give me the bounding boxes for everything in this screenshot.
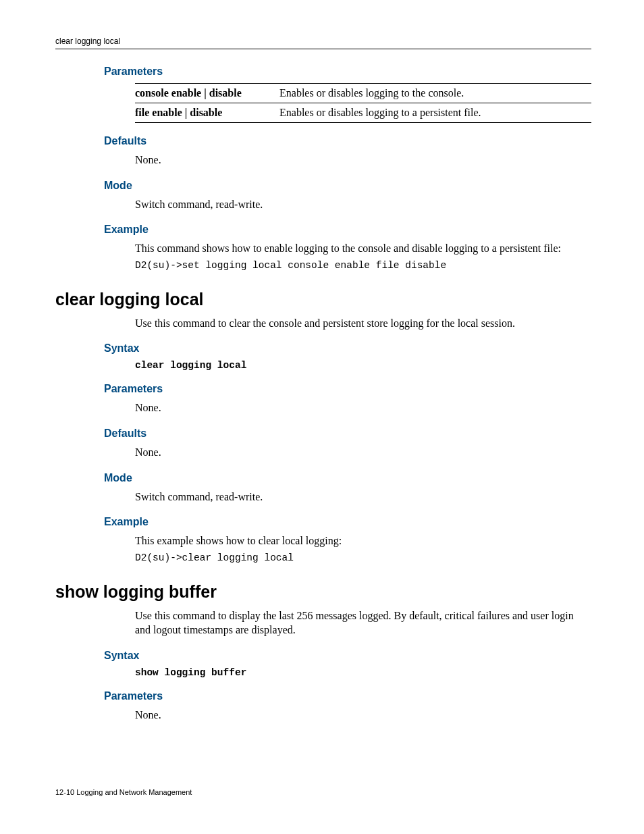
parameters-text: None. <box>135 400 591 415</box>
mode-text: Switch command, read-write. <box>135 490 591 504</box>
example-command: D2(su)->set logging local console enable… <box>135 260 591 271</box>
parameters-text: None. <box>135 708 591 723</box>
param-key: file enable | disable <box>135 103 279 123</box>
heading-example: Example <box>104 516 591 528</box>
heading-parameters: Parameters <box>104 690 591 702</box>
example-text: This command shows how to enable logging… <box>135 241 591 256</box>
heading-show-logging-buffer: show logging buffer <box>55 582 591 602</box>
param-desc: Enables or disables logging to the conso… <box>279 84 591 103</box>
heading-parameters: Parameters <box>104 383 591 395</box>
defaults-text: None. <box>135 445 591 460</box>
table-row: console enable | disable Enables or disa… <box>135 84 591 103</box>
heading-example: Example <box>104 224 591 236</box>
heading-clear-logging-local: clear logging local <box>55 290 591 309</box>
param-desc: Enables or disables logging to a persist… <box>279 103 591 123</box>
table-row: file enable | disable Enables or disable… <box>135 103 591 123</box>
param-key: console enable | disable <box>135 84 279 103</box>
defaults-text: None. <box>135 153 591 167</box>
heading-mode: Mode <box>104 472 591 484</box>
page-footer: 12-10 Logging and Network Management <box>55 788 192 796</box>
syntax-command: clear logging local <box>135 360 591 371</box>
example-command: D2(su)->clear logging local <box>135 552 591 563</box>
syntax-command: show logging buffer <box>135 667 591 678</box>
section-intro: Use this command to display the last 256… <box>135 608 591 637</box>
heading-defaults: Defaults <box>104 427 591 440</box>
mode-text: Switch command, read-write. <box>135 197 591 212</box>
heading-syntax: Syntax <box>104 650 591 662</box>
heading-mode: Mode <box>104 180 591 192</box>
heading-defaults: Defaults <box>104 135 591 147</box>
example-text: This example shows how to clear local lo… <box>135 533 591 548</box>
running-head: clear logging local <box>55 36 591 49</box>
section-intro: Use this command to clear the console an… <box>135 316 591 331</box>
parameters-table: console enable | disable Enables or disa… <box>135 83 591 123</box>
heading-parameters: Parameters <box>104 66 591 78</box>
heading-syntax: Syntax <box>104 342 591 355</box>
page: clear logging local Parameters console e… <box>0 0 644 834</box>
